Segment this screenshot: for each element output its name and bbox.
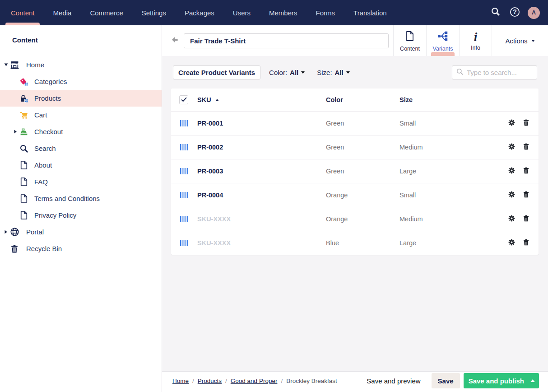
nav-item-users[interactable]: Users xyxy=(223,0,260,25)
tree-item-faq[interactable]: FAQ xyxy=(0,173,162,190)
column-header-size[interactable]: Size xyxy=(399,96,498,103)
tree-item-privacy[interactable]: Privacy Policy xyxy=(0,207,162,224)
save-and-preview-button[interactable]: Save and preview xyxy=(367,377,420,385)
variant-sku: PR-0004 xyxy=(197,191,326,199)
back-button[interactable] xyxy=(168,25,181,56)
nav-item-packages[interactable]: Packages xyxy=(175,0,223,25)
row-settings-button[interactable] xyxy=(508,144,515,151)
variant-color: Green xyxy=(326,144,399,151)
tab-content[interactable]: Content xyxy=(393,25,426,56)
user-avatar[interactable]: A xyxy=(528,7,540,19)
row-settings-button[interactable] xyxy=(508,239,515,247)
tab-label: Variants xyxy=(433,46,453,52)
column-header-sku[interactable]: SKU xyxy=(197,96,326,103)
variant-row[interactable]: PR-0004 Orange Small xyxy=(171,183,539,207)
row-delete-button[interactable] xyxy=(522,215,529,223)
gear-icon xyxy=(508,167,515,176)
select-all-checkbox[interactable] xyxy=(179,95,188,104)
tree-item-terms[interactable]: Terms and Conditions xyxy=(0,190,162,207)
trash-icon xyxy=(523,167,529,176)
row-settings-button[interactable] xyxy=(508,215,515,223)
breadcrumb-separator: / xyxy=(225,378,227,384)
nav-item-commerce[interactable]: Commerce xyxy=(81,0,132,25)
tree-item-categories[interactable]: Categories xyxy=(0,73,162,90)
barcode-icon xyxy=(180,144,197,150)
variant-size: Small xyxy=(399,120,498,127)
row-delete-button[interactable] xyxy=(522,144,529,151)
tree-item-home[interactable]: Home xyxy=(0,56,162,73)
filter-label: Size: xyxy=(317,69,332,76)
tree-item-portal[interactable]: Portal xyxy=(0,224,162,240)
tree-item-search[interactable]: Search xyxy=(0,140,162,157)
save-button[interactable]: Save xyxy=(432,373,460,388)
breadcrumb-link-good-and-proper[interactable]: Good and Proper xyxy=(231,378,278,384)
variant-row[interactable]: PR-0002 Green Medium xyxy=(171,135,539,159)
nav-item-translation[interactable]: Translation xyxy=(344,0,396,25)
editor-main: Content Variants i In xyxy=(162,25,548,392)
trash-icon xyxy=(523,143,529,152)
document-tree-icon xyxy=(20,178,28,186)
cash-register-icon xyxy=(20,128,28,136)
row-delete-button[interactable] xyxy=(522,120,529,127)
row-settings-button[interactable] xyxy=(508,191,515,199)
caret-right-icon[interactable] xyxy=(13,130,18,134)
size-filter-dropdown[interactable]: Size: All xyxy=(317,69,350,76)
variant-color: Green xyxy=(326,168,399,175)
nav-item-forms[interactable]: Forms xyxy=(307,0,344,25)
column-header-color[interactable]: Color xyxy=(326,96,399,103)
create-product-variants-button[interactable]: Create Product Variants xyxy=(173,65,260,79)
cart-icon xyxy=(20,111,28,119)
tree-item-products[interactable]: Products xyxy=(0,90,162,107)
row-settings-button[interactable] xyxy=(508,120,515,127)
tree-item-cart[interactable]: Cart xyxy=(0,107,162,123)
help-button[interactable]: ? xyxy=(507,5,522,20)
global-search-button[interactable] xyxy=(488,5,503,20)
actions-label: Actions xyxy=(505,37,527,45)
breadcrumb-link-products[interactable]: Products xyxy=(198,378,222,384)
caret-right-icon[interactable] xyxy=(4,230,8,234)
document-title-input[interactable] xyxy=(184,33,389,48)
breadcrumb-separator: / xyxy=(281,378,283,384)
trash-icon xyxy=(523,191,529,200)
nav-item-content[interactable]: Content xyxy=(2,0,44,25)
tree-item-about[interactable]: About xyxy=(0,157,162,173)
breadcrumb-link-home[interactable]: Home xyxy=(172,378,189,384)
row-delete-button[interactable] xyxy=(522,239,529,247)
variants-icon xyxy=(437,31,448,43)
variant-size: Large xyxy=(399,168,498,175)
gear-icon xyxy=(508,239,515,247)
row-settings-button[interactable] xyxy=(508,168,515,175)
variant-size: Large xyxy=(399,239,498,247)
nav-item-members[interactable]: Members xyxy=(260,0,307,25)
tab-info[interactable]: i Info xyxy=(459,25,492,56)
variant-search-input[interactable] xyxy=(467,69,533,76)
caret-down-icon[interactable] xyxy=(4,63,8,67)
row-delete-button[interactable] xyxy=(522,191,529,199)
filter-value: All xyxy=(290,69,298,76)
section-menu: Content Media Commerce Settings Packages… xyxy=(0,0,396,25)
publish-options-toggle[interactable] xyxy=(526,373,539,388)
variant-row[interactable]: PR-0003 Green Large xyxy=(171,159,539,183)
variant-sku: SKU-XXXX xyxy=(197,239,326,247)
actions-dropdown-button[interactable]: Actions xyxy=(492,25,548,56)
nav-item-settings[interactable]: Settings xyxy=(132,0,175,25)
variant-row[interactable]: PR-0001 Green Small xyxy=(171,111,539,135)
tree-item-recycle-bin[interactable]: Recycle Bin xyxy=(0,240,162,257)
tab-variants[interactable]: Variants xyxy=(426,25,459,56)
variant-row[interactable]: SKU-XXXX Orange Medium xyxy=(171,207,539,231)
color-filter-dropdown[interactable]: Color: All xyxy=(269,69,305,76)
row-delete-button[interactable] xyxy=(522,168,529,175)
variants-toolbar: Create Product Variants Color: All Size:… xyxy=(173,65,537,79)
tags-icon xyxy=(20,78,28,86)
back-arrow-icon xyxy=(172,37,178,45)
variant-sku: PR-0001 xyxy=(197,120,326,127)
editor-header: Content Variants i In xyxy=(162,25,548,56)
nav-item-media[interactable]: Media xyxy=(44,0,81,25)
tree-item-checkout[interactable]: Checkout xyxy=(0,123,162,140)
variants-panel: Create Product Variants Color: All Size:… xyxy=(162,56,548,371)
tree-item-label: Products xyxy=(34,94,61,102)
tree-item-label: Home xyxy=(26,61,44,69)
save-and-publish-button[interactable]: Save and publish xyxy=(464,373,539,388)
document-tree-icon xyxy=(20,211,28,219)
variant-row[interactable]: SKU-XXXX Blue Large xyxy=(171,231,539,255)
